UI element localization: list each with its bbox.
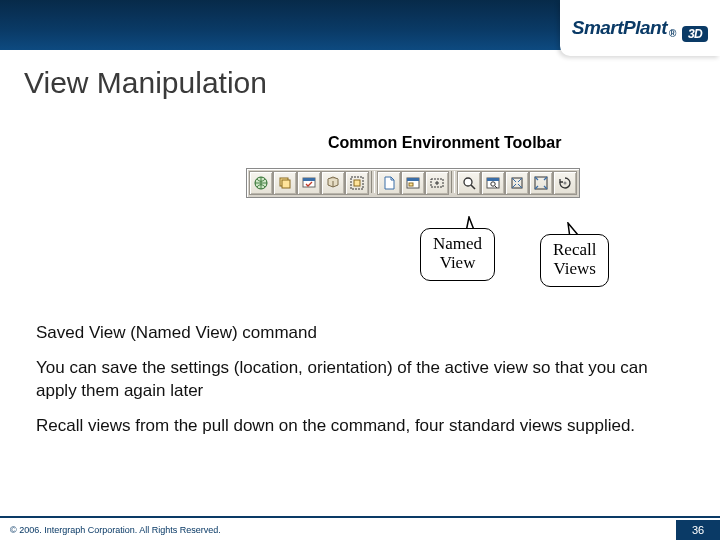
extent-icon[interactable] (529, 171, 553, 195)
svg-rect-13 (487, 178, 499, 181)
svg-rect-8 (407, 178, 419, 181)
body-text: Saved View (Named View) command You can … (36, 322, 684, 450)
zoom-out-icon[interactable] (505, 171, 529, 195)
window-icon[interactable] (401, 171, 425, 195)
footer: © 2006. Intergraph Corporation. All Righ… (0, 516, 720, 540)
brand-logo: SmartPlant® 3D (560, 0, 720, 56)
callout-named-view: Named View (420, 228, 495, 281)
toolbar-divider (451, 171, 455, 193)
brand-name: SmartPlant (572, 17, 667, 39)
svg-point-11 (464, 178, 472, 186)
toolbar-divider (371, 171, 375, 193)
svg-rect-9 (409, 183, 413, 186)
svg-point-17 (564, 182, 567, 185)
named-view-icon[interactable] (297, 171, 321, 195)
callout-line: Recall (553, 241, 596, 260)
slide-title: View Manipulation (24, 66, 267, 100)
callout-line: Views (553, 260, 596, 279)
svg-rect-2 (282, 180, 290, 188)
pan-icon[interactable] (425, 171, 449, 195)
globe-icon[interactable] (249, 171, 273, 195)
body-para: Saved View (Named View) command (36, 322, 684, 345)
footer-rule (0, 516, 720, 518)
svg-rect-6 (354, 180, 360, 186)
copyright-text: © 2006. Intergraph Corporation. All Righ… (10, 525, 221, 535)
common-environment-toolbar (246, 168, 580, 198)
sheet-icon[interactable] (377, 171, 401, 195)
brand-suffix: 3D (682, 26, 708, 42)
callout-recall-views: Recall Views (540, 234, 609, 287)
body-para: Recall views from the pull down on the c… (36, 415, 684, 438)
svg-rect-4 (303, 178, 315, 181)
rotate-icon[interactable] (553, 171, 577, 195)
toolbar-caption: Common Environment Toolbar (328, 134, 561, 152)
zoom-icon[interactable] (457, 171, 481, 195)
zoom-in-icon[interactable] (481, 171, 505, 195)
body-para: You can save the settings (location, ori… (36, 357, 684, 403)
brand-reg: ® (669, 28, 676, 39)
callout-line: View (433, 254, 482, 273)
callout-line: Named (433, 235, 482, 254)
layers-icon[interactable] (273, 171, 297, 195)
page-number: 36 (676, 520, 720, 540)
recall-views-icon[interactable] (321, 171, 345, 195)
fit-icon[interactable] (345, 171, 369, 195)
